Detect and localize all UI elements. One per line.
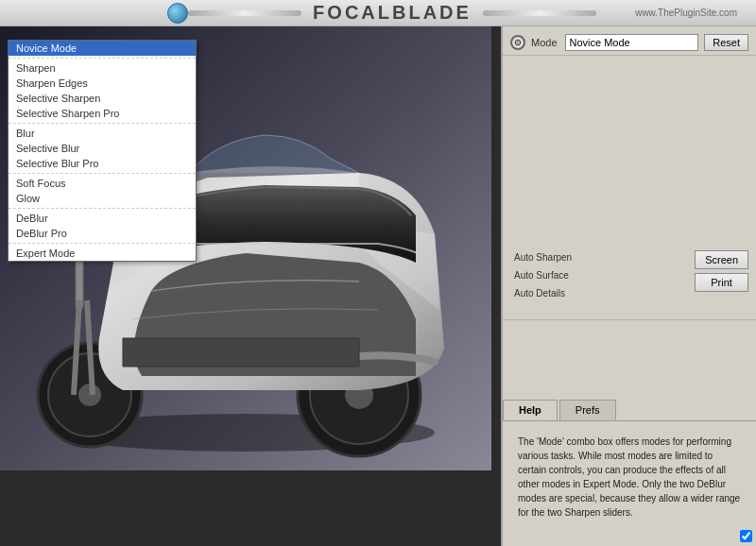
logo-circle	[167, 3, 188, 24]
auto-sharpen-label[interactable]: Auto Sharpen	[510, 250, 576, 264]
title-bar: FOCALBLADE www.ThePluginSite.com	[0, 0, 756, 26]
auto-surface-label[interactable]: Auto Surface	[510, 268, 576, 282]
right-panel: ⊙ Mode Novice Mode Reset Novice Mode Sha…	[501, 26, 756, 546]
mode-dropdown[interactable]: Novice Mode	[565, 34, 699, 51]
dropdown-sep-4	[9, 208, 196, 209]
dropdown-item-soft-focus[interactable]: Soft Focus	[9, 176, 196, 191]
blade-graphic-left	[188, 10, 301, 16]
dropdown-item-expert[interactable]: Expert Mode	[9, 246, 196, 261]
mode-info-icon: ⊙	[510, 35, 525, 50]
dropdown-item-glow[interactable]: Glow	[9, 191, 196, 206]
dropdown-item-deblur-pro[interactable]: DeBlur Pro	[9, 226, 196, 241]
screen-button[interactable]: Screen	[695, 250, 748, 269]
mode-dropdown-overlay[interactable]: Novice Mode Sharpen Sharpen Edges Select…	[8, 40, 197, 262]
dropdown-sep-5	[9, 243, 196, 244]
dropdown-item-sharpen[interactable]: Sharpen	[9, 60, 196, 76]
dropdown-item-selective-blur[interactable]: Selective Blur	[9, 141, 196, 156]
blade-graphic-right	[483, 10, 596, 16]
auto-details-label[interactable]: Auto Details	[510, 286, 576, 300]
tab-help[interactable]: Help	[503, 400, 558, 420]
print-button[interactable]: Print	[695, 273, 748, 292]
screen-print-buttons: Screen Print	[695, 250, 748, 292]
dropdown-item-selective-sharpen-pro[interactable]: Selective Sharpen Pro	[9, 106, 196, 121]
dropdown-item-novice[interactable]: Novice Mode	[9, 41, 196, 56]
spacer	[503, 320, 756, 400]
tab-section: Help Prefs	[503, 400, 756, 421]
dropdown-sep-1	[9, 58, 196, 59]
dropdown-item-selective-sharpen[interactable]: Selective Sharpen	[9, 91, 196, 106]
dropdown-sep-2	[9, 123, 196, 124]
help-section: The 'Mode' combo box offers modes for pe…	[503, 421, 756, 546]
control-labels: Auto Sharpen Auto Surface Auto Details	[510, 250, 576, 300]
mode-label: Mode	[531, 37, 558, 48]
reset-button[interactable]: Reset	[704, 34, 748, 51]
tab-prefs[interactable]: Prefs	[559, 400, 616, 420]
dropdown-item-selective-blur-pro[interactable]: Selective Blur Pro	[9, 156, 196, 171]
mode-section: ⊙ Mode Novice Mode Reset	[503, 26, 756, 56]
dropdown-item-blur[interactable]: Blur	[9, 126, 196, 141]
dropdown-item-sharpen-edges[interactable]: Sharpen Edges	[9, 76, 196, 91]
mode-select-wrapper: Novice Mode	[565, 34, 699, 51]
app-title: FOCALBLADE	[313, 2, 472, 24]
dropdown-sep-3	[9, 173, 196, 174]
main-layout: ⊙ Mode Novice Mode Reset Novice Mode Sha…	[0, 26, 756, 546]
help-checkbox[interactable]	[740, 530, 752, 542]
controls-section: Auto Sharpen Auto Surface Auto Details S…	[503, 245, 756, 320]
website-url: www.ThePluginSite.com	[635, 8, 737, 18]
help-text-content: The 'Mode' combo box offers modes for pe…	[510, 427, 748, 527]
dropdown-item-deblur[interactable]: DeBlur	[9, 211, 196, 226]
